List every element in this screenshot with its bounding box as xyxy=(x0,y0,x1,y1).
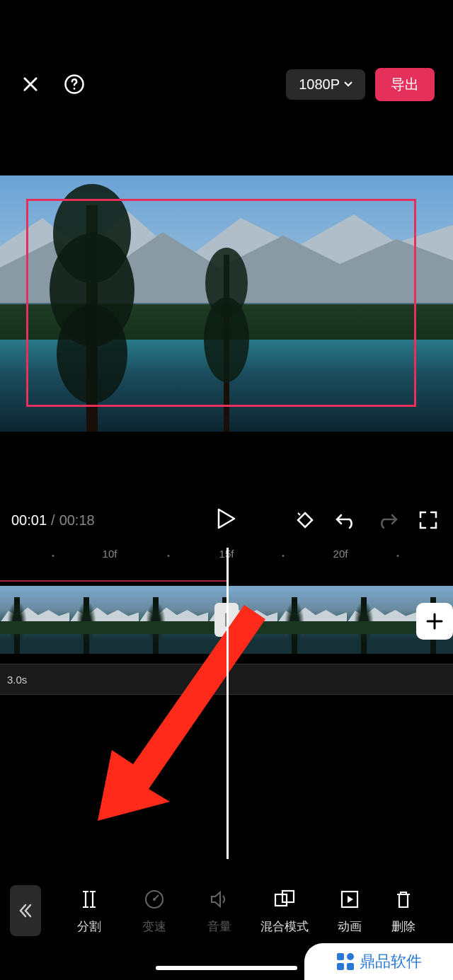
export-button[interactable]: 导出 xyxy=(375,68,435,101)
time-total: 00:18 xyxy=(59,512,95,529)
ruler-mark-20f: 20f xyxy=(333,548,348,560)
svg-rect-18 xyxy=(347,963,354,970)
watermark: 鼎品软件 xyxy=(304,943,453,980)
svg-point-12 xyxy=(153,898,156,901)
home-indicator xyxy=(156,966,297,970)
svg-rect-16 xyxy=(337,953,344,960)
tool-delete[interactable]: 删除 xyxy=(382,887,425,935)
tool-split[interactable]: 分割 xyxy=(57,887,122,935)
ruler-mark-10f: 10f xyxy=(103,548,117,560)
ruler-tick xyxy=(282,555,285,557)
tool-label: 音量 xyxy=(207,918,231,935)
tool-label: 分割 xyxy=(77,918,101,935)
export-label: 导出 xyxy=(391,76,419,92)
selection-frame[interactable] xyxy=(26,199,416,407)
svg-rect-17 xyxy=(337,963,344,970)
clip-thumbnail[interactable] xyxy=(69,586,139,654)
ruler-tick xyxy=(52,555,55,557)
add-clip-button[interactable] xyxy=(416,603,453,640)
tool-animation[interactable]: 动画 xyxy=(317,887,382,935)
tool-label: 混合模式 xyxy=(260,918,309,935)
bottom-toolbar: 分割 变速 音量 混合模式 动画 删除 xyxy=(0,875,453,946)
ruler-tick xyxy=(397,555,399,557)
tool-blend[interactable]: 混合模式 xyxy=(252,887,317,935)
close-button[interactable] xyxy=(18,72,42,96)
overlay-duration: 3.0s xyxy=(7,674,27,686)
tool-speed[interactable]: 变速 xyxy=(122,887,187,935)
play-button[interactable] xyxy=(217,508,236,532)
resolution-selector[interactable]: 1080P xyxy=(286,69,365,100)
split-icon xyxy=(77,887,101,911)
svg-rect-13 xyxy=(275,894,287,906)
tool-label: 变速 xyxy=(142,918,166,935)
clip-thumbnail[interactable] xyxy=(347,586,416,654)
chevrons-left-icon xyxy=(18,903,33,918)
ruler-tick xyxy=(168,555,170,557)
time-separator: / xyxy=(51,512,55,529)
toolbar-back-button[interactable] xyxy=(10,885,41,936)
svg-rect-14 xyxy=(282,891,294,902)
tool-label: 删除 xyxy=(391,918,415,935)
clip-thumbnail[interactable] xyxy=(0,586,69,654)
clip-thumbnail[interactable] xyxy=(277,586,347,654)
animation-icon xyxy=(338,887,362,911)
watermark-logo-icon xyxy=(336,952,355,972)
tool-label: 动画 xyxy=(338,918,362,935)
tool-volume[interactable]: 音量 xyxy=(187,887,252,935)
watermark-text: 鼎品软件 xyxy=(360,951,422,972)
plus-icon xyxy=(425,612,444,630)
resolution-label: 1080P xyxy=(299,76,340,93)
help-button[interactable] xyxy=(62,72,86,96)
keyframe-button[interactable] xyxy=(294,509,316,531)
undo-button[interactable] xyxy=(336,509,357,531)
svg-point-1 xyxy=(74,88,76,90)
svg-point-19 xyxy=(347,953,354,960)
time-current: 00:01 xyxy=(11,512,47,529)
top-header: 1080P 导出 xyxy=(0,67,453,102)
volume-icon xyxy=(207,887,231,911)
clip-thumbnail[interactable] xyxy=(139,586,208,654)
video-preview[interactable] xyxy=(0,175,453,432)
playback-controls: 00:01 / 00:18 xyxy=(0,504,453,536)
redo-button[interactable] xyxy=(377,509,398,531)
playhead[interactable] xyxy=(226,548,229,859)
chevron-down-icon xyxy=(344,81,352,87)
speed-icon xyxy=(142,887,166,911)
blend-icon xyxy=(273,887,297,911)
delete-icon xyxy=(391,887,415,911)
clip-selection-bar xyxy=(0,580,226,582)
fullscreen-button[interactable] xyxy=(418,509,439,531)
